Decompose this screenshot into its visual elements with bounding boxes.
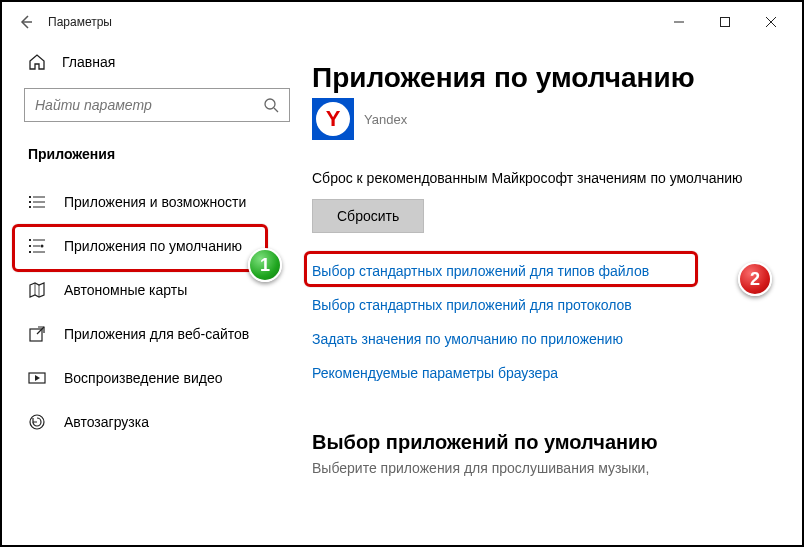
svg-rect-2: [721, 18, 730, 27]
search-icon: [263, 97, 279, 113]
sidebar-section-header: Приложения: [2, 136, 312, 172]
sidebar: Главная Приложения Приложения и возможно…: [2, 42, 312, 545]
minimize-button[interactable]: [656, 6, 702, 38]
search-box[interactable]: [24, 88, 290, 122]
link-filetypes[interactable]: Выбор стандартных приложений для типов ф…: [312, 263, 772, 279]
svg-rect-9: [29, 206, 31, 208]
annotation-badge-1: 1: [248, 248, 282, 282]
close-icon: [766, 17, 776, 27]
link-list: Выбор стандартных приложений для типов ф…: [312, 259, 772, 381]
search-input[interactable]: [35, 97, 263, 113]
home-icon: [28, 53, 46, 71]
startup-icon: [28, 413, 46, 431]
sidebar-item-label: Воспроизведение видео: [64, 370, 222, 386]
svg-point-19: [41, 245, 44, 248]
defaults-icon: [28, 237, 46, 255]
svg-rect-13: [29, 239, 31, 241]
close-button[interactable]: [748, 6, 794, 38]
annotation-badge-2: 2: [738, 262, 772, 296]
sidebar-item-label: Приложения по умолчанию: [64, 238, 242, 254]
sidebar-item-video-playback[interactable]: Воспроизведение видео: [2, 356, 312, 400]
maximize-button[interactable]: [702, 6, 748, 38]
back-button[interactable]: [10, 6, 42, 38]
sidebar-item-apps-websites[interactable]: Приложения для веб-сайтов: [2, 312, 312, 356]
sidebar-item-label: Автозагрузка: [64, 414, 149, 430]
page-title: Приложения по умолчанию: [312, 62, 772, 94]
window-controls: [656, 6, 794, 38]
yandex-icon: Y: [312, 98, 354, 140]
minimize-icon: [674, 17, 684, 27]
maximize-icon: [720, 17, 730, 27]
app-name-label: Yandex: [364, 112, 407, 127]
svg-line-23: [37, 327, 44, 334]
sidebar-item-startup[interactable]: Автозагрузка: [2, 400, 312, 444]
sidebar-item-apps-features[interactable]: Приложения и возможности: [2, 180, 312, 224]
window-title: Параметры: [48, 15, 112, 29]
svg-line-6: [274, 108, 278, 112]
default-app-tile[interactable]: Y Yandex: [312, 98, 772, 140]
svg-rect-15: [29, 251, 31, 253]
link-protocols[interactable]: Выбор стандартных приложений для протоко…: [312, 297, 772, 313]
sub-description: Выберите приложения для прослушивания му…: [312, 460, 772, 476]
list-icon: [28, 193, 46, 211]
map-icon: [28, 281, 46, 299]
svg-rect-8: [29, 201, 31, 203]
sidebar-item-label: Автономные карты: [64, 282, 187, 298]
open-icon: [28, 325, 46, 343]
video-icon: [28, 369, 46, 387]
content-panel: Приложения по умолчанию Y Yandex Сброс к…: [312, 42, 802, 545]
sub-heading: Выбор приложений по умолчанию: [312, 431, 772, 454]
sidebar-home-label: Главная: [62, 54, 115, 70]
svg-point-5: [265, 99, 275, 109]
link-by-app[interactable]: Задать значения по умолчанию по приложен…: [312, 331, 772, 347]
arrow-left-icon: [18, 14, 34, 30]
link-browser-rec[interactable]: Рекомендуемые параметры браузера: [312, 365, 772, 381]
reset-description: Сброс к рекомендованным Майкрософт значе…: [312, 168, 772, 189]
sidebar-item-label: Приложения и возможности: [64, 194, 246, 210]
sidebar-nav-list: Приложения и возможности Приложения по у…: [2, 180, 312, 444]
sidebar-item-label: Приложения для веб-сайтов: [64, 326, 249, 342]
reset-button[interactable]: Сбросить: [312, 199, 424, 233]
titlebar: Параметры: [2, 2, 802, 42]
sidebar-home[interactable]: Главная: [2, 42, 312, 82]
svg-rect-14: [29, 245, 31, 247]
svg-rect-7: [29, 196, 31, 198]
